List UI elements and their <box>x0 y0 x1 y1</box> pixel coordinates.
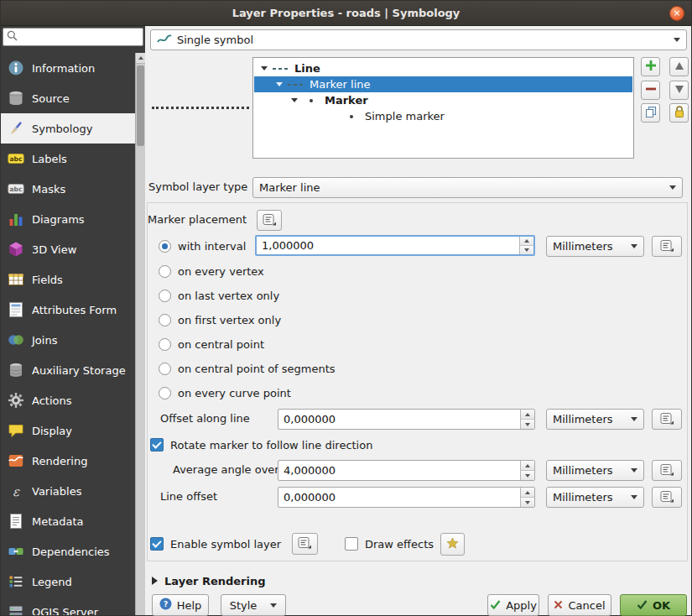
sidebar-item-3d-view[interactable]: 3D View <box>1 234 135 264</box>
enable-symbol-layer-checkbox-row[interactable]: Enable symbol layer <box>150 535 281 552</box>
close-button[interactable]: × <box>669 6 684 21</box>
remove-symbol-layer-button[interactable] <box>641 81 660 100</box>
interval-unit-combo[interactable]: Millimeters <box>546 236 644 257</box>
spin-up-icon[interactable] <box>521 410 534 420</box>
tree-item-marker[interactable]: Marker <box>254 92 632 108</box>
sidebar-item-auxiliary-storage[interactable]: Auxiliary Storage <box>1 355 135 385</box>
average-angle-unit-combo[interactable]: Millimeters <box>546 460 644 481</box>
form-icon <box>8 301 24 318</box>
symbol-layer-tree[interactable]: Line Marker line Marker Simple marker <box>252 57 634 159</box>
sidebar-item-labels[interactable]: abc Labels <box>1 144 135 174</box>
expander-icon[interactable] <box>261 66 268 70</box>
enable-layer-data-defined-button[interactable] <box>292 533 318 555</box>
expander-icon[interactable] <box>276 82 283 86</box>
offset-along-line-data-defined-button[interactable] <box>652 409 682 430</box>
ok-button[interactable]: OK <box>620 594 687 616</box>
sidebar-item-legend[interactable]: Legend <box>1 566 135 597</box>
scroll-up-icon[interactable] <box>136 53 145 64</box>
sidebar-item-information[interactable]: Information <box>1 53 135 83</box>
lock-colors-button[interactable] <box>669 103 689 123</box>
tree-item-simple-marker[interactable]: Simple marker <box>254 108 632 124</box>
sidebar-item-display[interactable]: Display <box>1 415 135 446</box>
placement-option-on-every-curve-point[interactable]: on every curve point <box>159 384 291 401</box>
sidebar-item-metadata[interactable]: Metadata <box>1 506 135 536</box>
placement-option-on-central-point-of-segments[interactable]: on central point of segments <box>159 360 336 377</box>
sidebar-item-qgis-server[interactable]: QGIS Server <box>1 597 135 615</box>
lock-icon <box>674 105 685 121</box>
radio-button[interactable] <box>159 363 171 375</box>
sidebar-item-diagrams[interactable]: Diagrams <box>1 204 135 234</box>
tree-item-line[interactable]: Line <box>254 60 632 76</box>
radio-button[interactable] <box>159 387 171 399</box>
placement-option-on-central-point[interactable]: on central point <box>159 336 264 352</box>
placement-option-with-interval[interactable]: with interval <box>159 238 246 254</box>
spin-down-icon[interactable] <box>521 471 534 480</box>
spinner-buttons[interactable] <box>520 488 534 507</box>
expander-icon[interactable] <box>291 98 298 102</box>
sidebar-item-rendering[interactable]: Rendering <box>1 446 135 476</box>
offset-along-line-spinbox[interactable]: 0,000000 <box>278 409 535 430</box>
data-defined-icon <box>263 213 277 228</box>
sidebar-search[interactable] <box>3 28 143 46</box>
sidebar-item-variables[interactable]: ε Variables <box>1 476 135 506</box>
spin-up-icon[interactable] <box>521 488 534 498</box>
average-angle-spinbox[interactable]: 4,000000 <box>278 460 535 481</box>
radio-button[interactable] <box>159 338 171 351</box>
line-offset-spinbox[interactable]: 0,000000 <box>278 487 535 508</box>
symbol-mode-combo[interactable]: Single symbol <box>150 29 687 50</box>
search-input[interactable] <box>21 31 145 43</box>
spin-up-icon[interactable] <box>521 461 534 471</box>
enable-symbol-layer-checkbox[interactable] <box>150 537 164 551</box>
add-symbol-layer-button[interactable] <box>641 57 660 76</box>
spinner-buttons[interactable] <box>520 461 534 480</box>
marker-placement-data-defined-button[interactable] <box>257 210 282 231</box>
chevron-down-icon <box>631 417 637 421</box>
sidebar-item-source[interactable]: Source <box>1 83 135 113</box>
radio-button[interactable] <box>159 290 171 302</box>
spin-down-icon[interactable] <box>520 246 533 254</box>
draw-effects-checkbox-row[interactable]: Draw effects <box>345 535 434 552</box>
offset-along-line-unit-combo[interactable]: Millimeters <box>546 409 644 430</box>
sidebar-scrollbar[interactable] <box>135 53 145 615</box>
layer-rendering-header[interactable]: Layer Rendering <box>152 572 266 589</box>
spinner-buttons[interactable] <box>520 410 534 429</box>
customize-effects-button[interactable] <box>440 533 465 556</box>
symbology-panel: Single symbol Line Marker line Marker <box>145 26 691 615</box>
sidebar-item-joins[interactable]: Joins <box>1 325 135 355</box>
tree-item-marker-line[interactable]: Marker line <box>254 76 632 92</box>
spin-down-icon[interactable] <box>521 498 534 507</box>
duplicate-symbol-layer-button[interactable] <box>641 103 660 123</box>
apply-button[interactable]: Apply <box>487 594 539 616</box>
symbol-layer-type-combo[interactable]: Marker line <box>252 177 683 198</box>
radio-button[interactable] <box>159 314 171 326</box>
move-up-button[interactable] <box>669 57 689 76</box>
sidebar-item-dependencies[interactable]: Dependencies <box>1 536 135 566</box>
sidebar-item-actions[interactable]: Actions <box>1 385 135 415</box>
titlebar[interactable]: Layer Properties - roads | Symbology × <box>1 1 691 26</box>
rotate-marker-checkbox-row[interactable]: Rotate marker to follow line direction <box>150 436 372 453</box>
style-menu-button[interactable]: Style <box>221 594 286 616</box>
help-button[interactable]: ? Help <box>152 594 209 616</box>
cancel-button[interactable]: Cancel <box>548 594 611 616</box>
draw-effects-checkbox[interactable] <box>345 537 358 551</box>
placement-option-on-last-vertex-only[interactable]: on last vertex only <box>159 287 279 304</box>
sidebar-item-attributes-form[interactable]: Attributes Form <box>1 295 135 325</box>
line-offset-unit-combo[interactable]: Millimeters <box>546 487 644 508</box>
sidebar-item-masks[interactable]: abc Masks <box>1 174 135 204</box>
sidebar-item-fields[interactable]: Fields <box>1 264 135 295</box>
spin-up-icon[interactable] <box>520 237 533 246</box>
average-angle-data-defined-button[interactable] <box>652 460 682 481</box>
interval-spinbox[interactable]: 1,000000 <box>255 235 535 256</box>
interval-data-defined-button[interactable] <box>652 236 682 257</box>
spinner-buttons[interactable] <box>519 237 533 254</box>
placement-option-on-first-vertex-only[interactable]: on first vertex only <box>159 311 281 328</box>
scrollbar-thumb[interactable] <box>137 65 144 146</box>
line-offset-data-defined-button[interactable] <box>652 487 682 508</box>
radio-button[interactable] <box>159 265 171 278</box>
radio-button[interactable] <box>159 240 171 253</box>
rotate-marker-checkbox[interactable] <box>150 438 164 452</box>
sidebar-item-symbology[interactable]: Symbology <box>1 113 135 144</box>
move-down-button[interactable] <box>669 81 689 100</box>
placement-option-on-every-vertex[interactable]: on every vertex <box>159 263 264 279</box>
spin-down-icon[interactable] <box>521 420 534 429</box>
